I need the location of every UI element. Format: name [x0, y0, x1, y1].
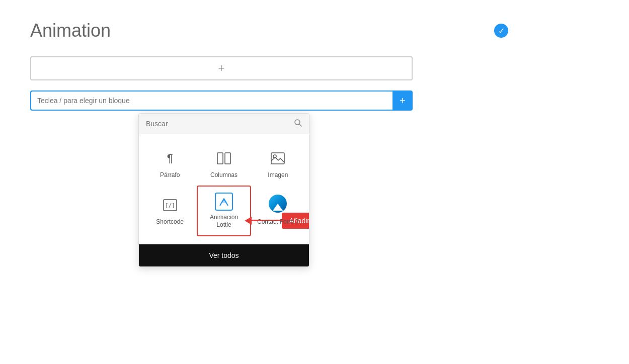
svg-rect-2 — [217, 153, 223, 164]
block-picker-search-input[interactable] — [146, 120, 294, 128]
paragraph-icon: ¶ — [160, 148, 180, 168]
block-grid: ¶ Párrafo Columnas — [139, 134, 309, 244]
block-input-row: + ¶ Párrafo — [30, 90, 413, 111]
block-item-shortcode[interactable]: [/] Shortcode — [143, 186, 197, 236]
page-container: Animation ✓ + + — [0, 0, 629, 364]
block-item-contact-form-7[interactable]: Contact Form 7 — [251, 186, 305, 236]
block-item-parrafo[interactable]: ¶ Párrafo — [143, 142, 197, 186]
block-item-columnas[interactable]: Columnas — [197, 142, 251, 186]
page-title: Animation — [30, 20, 111, 41]
cf7-icon — [268, 195, 288, 215]
block-label-lottie: Animación Lottie — [202, 214, 246, 229]
svg-text:[/]: [/] — [165, 202, 175, 209]
svg-line-1 — [299, 124, 301, 126]
add-block-bar[interactable]: + — [30, 56, 413, 80]
add-block-plus-icon: + — [218, 62, 225, 75]
page-title-row: Animation ✓ — [30, 20, 599, 41]
block-label-cf7: Contact Form 7 — [257, 218, 299, 226]
ver-todos-label: Ver todos — [209, 251, 239, 259]
block-add-button[interactable]: + — [392, 90, 413, 111]
block-label-shortcode: Shortcode — [156, 218, 184, 226]
block-picker-footer[interactable]: Ver todos — [139, 244, 309, 266]
check-icon: ✓ — [494, 24, 508, 38]
block-picker-search-bar — [139, 114, 309, 134]
block-search-input[interactable] — [30, 90, 392, 111]
block-item-animacion-lottie[interactable]: Animación Lottie Añadir animación — [197, 186, 251, 236]
svg-rect-4 — [271, 153, 284, 164]
block-label-columnas: Columnas — [210, 171, 238, 179]
lottie-icon — [215, 193, 233, 211]
shortcode-icon: [/] — [160, 195, 180, 215]
columns-icon — [214, 148, 234, 168]
image-icon — [268, 148, 288, 168]
search-icon — [294, 119, 302, 129]
block-picker-dropdown: ¶ Párrafo Columnas — [138, 113, 309, 267]
svg-rect-3 — [225, 153, 230, 164]
block-item-imagen[interactable]: Imagen — [251, 142, 305, 186]
block-label-parrafo: Párrafo — [160, 171, 180, 179]
block-label-imagen: Imagen — [268, 171, 288, 179]
